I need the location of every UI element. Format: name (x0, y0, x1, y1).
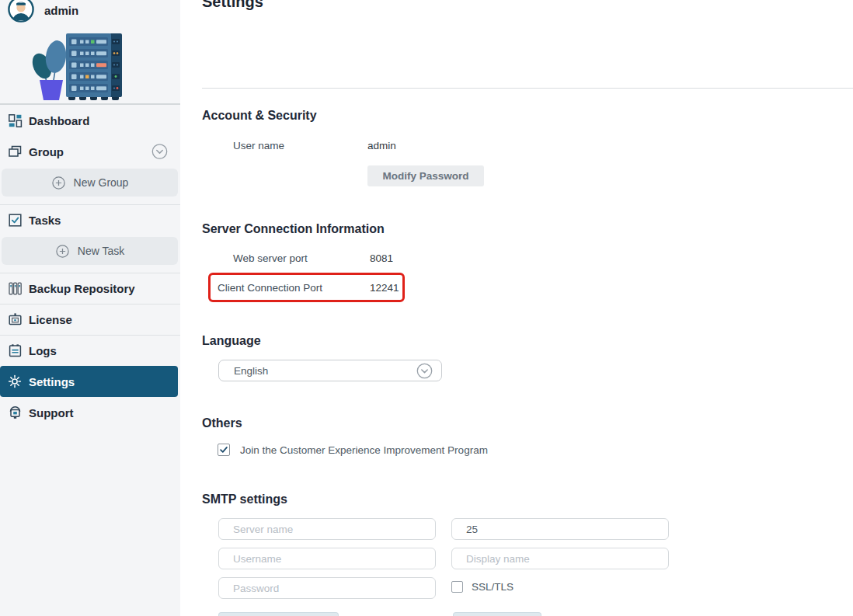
user-name: admin (44, 4, 78, 17)
sidebar-label-tasks: Tasks (29, 214, 61, 227)
app-window: admin (0, 0, 853, 616)
improvement-program-checkbox[interactable] (218, 444, 230, 456)
divider (202, 88, 853, 89)
sidebar-label-group: Group (29, 145, 64, 158)
plus-circle-icon (55, 244, 70, 259)
smtp-password-input[interactable] (218, 577, 436, 599)
sidebar-item-backup-repository[interactable]: Backup Repository (0, 273, 180, 304)
license-icon (7, 312, 23, 328)
backup-repository-icon (7, 281, 23, 297)
others-heading: Others (202, 416, 242, 430)
improvement-program-row: Join the Customer Experience Improvement… (218, 444, 488, 456)
smtp-server-name-input[interactable] (218, 518, 436, 540)
server-connection-heading: Server Connection Information (202, 222, 385, 236)
new-group-wrap: New Group (0, 169, 180, 204)
new-task-label: New Task (78, 245, 124, 257)
ssl-tls-row: SSL/TLS (451, 581, 514, 593)
sidebar-item-support[interactable]: Support (0, 397, 180, 428)
server-illustration (0, 25, 180, 105)
new-task-wrap: New Task (0, 237, 180, 273)
client-connection-port-label: Client Connection Port (218, 282, 322, 294)
settings-gear-icon (7, 374, 23, 389)
web-server-port-value: 8081 (370, 252, 393, 264)
account-security-heading: Account & Security (202, 109, 317, 123)
new-group-button[interactable]: New Group (2, 169, 178, 197)
sidebar-label-support: Support (29, 406, 74, 419)
sidebar: admin (0, 0, 180, 616)
user-name-value: admin (367, 140, 396, 151)
sidebar-item-settings[interactable]: Settings (0, 366, 178, 397)
chevron-down-icon (416, 363, 433, 379)
checkmark-icon (219, 445, 228, 454)
client-connection-port-value: 12241 (370, 282, 399, 294)
tasks-icon (7, 213, 23, 228)
dashboard-icon (7, 113, 23, 128)
smtp-display-name-input[interactable] (451, 548, 669, 569)
logs-icon (7, 343, 23, 359)
group-icon (7, 144, 23, 159)
smtp-username-input[interactable] (218, 548, 436, 569)
improvement-program-label: Join the Customer Experience Improvement… (240, 444, 488, 456)
sidebar-label-settings: Settings (29, 375, 75, 388)
user-name-label: User name (233, 140, 284, 151)
settings-page: Settings Account & Security User name ad… (180, 0, 853, 616)
sidebar-label-license: License (29, 313, 72, 326)
sidebar-item-group[interactable]: Group (0, 136, 180, 167)
ssl-tls-label: SSL/TLS (472, 581, 514, 593)
support-icon (7, 405, 23, 420)
modify-password-button[interactable]: Modify Password (367, 165, 484, 186)
new-group-label: New Group (74, 176, 129, 189)
ssl-tls-checkbox[interactable] (451, 581, 463, 593)
plus-circle-icon (51, 176, 66, 190)
sidebar-label-dashboard: Dashboard (29, 114, 89, 127)
smtp-bottom-left-button-partial[interactable] (218, 612, 339, 616)
language-heading: Language (202, 334, 261, 348)
web-server-port-label: Web server port (233, 252, 308, 264)
new-task-button[interactable]: New Task (2, 237, 178, 265)
user-avatar-icon (8, 0, 34, 23)
group-expand-chevron-icon[interactable] (151, 144, 168, 160)
smtp-settings-heading: SMTP settings (202, 492, 287, 506)
sidebar-item-logs[interactable]: Logs (0, 335, 180, 366)
server-rack-graphic (0, 29, 180, 103)
sidebar-label-logs: Logs (29, 344, 57, 357)
language-selected-value: English (234, 365, 268, 377)
smtp-bottom-right-button-partial[interactable] (453, 612, 541, 616)
sidebar-menu: Dashboard Group (0, 105, 180, 428)
sidebar-label-backup-repository: Backup Repository (29, 282, 135, 295)
sidebar-item-dashboard[interactable]: Dashboard (0, 105, 180, 136)
smtp-port-input[interactable] (451, 518, 669, 540)
user-row: admin (0, 0, 180, 25)
sidebar-item-license[interactable]: License (0, 304, 180, 335)
sidebar-item-tasks[interactable]: Tasks (0, 204, 180, 235)
language-dropdown[interactable]: English (218, 360, 442, 381)
page-title: Settings (202, 0, 263, 11)
